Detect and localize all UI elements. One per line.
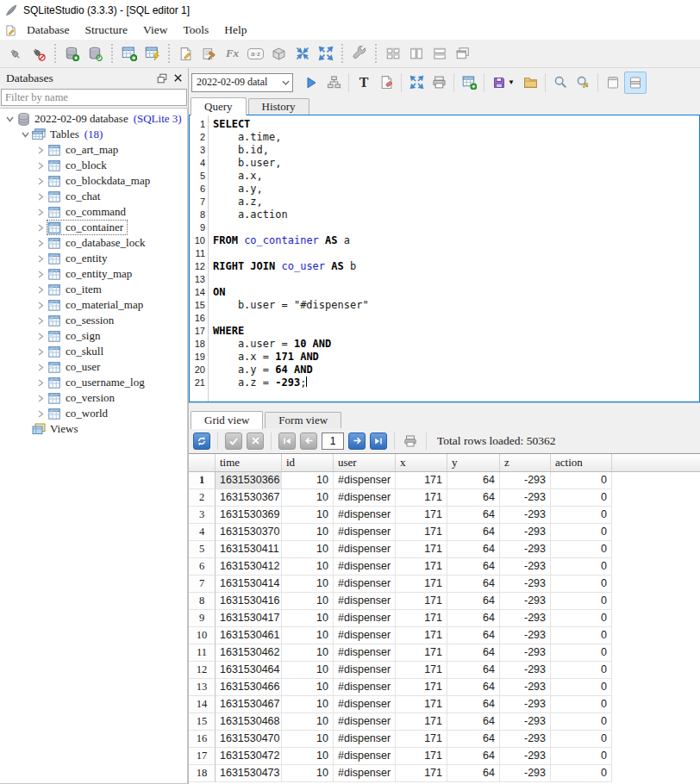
row-number[interactable]: 17: [189, 748, 216, 765]
grid-column-header-z[interactable]: z: [500, 454, 551, 471]
commit-icon[interactable]: [225, 432, 242, 450]
grid-cell[interactable]: 171: [396, 731, 447, 748]
menu-database[interactable]: Database: [19, 22, 77, 39]
grid-cell[interactable]: 1631530470: [216, 731, 282, 748]
grid-cell[interactable]: 171: [396, 696, 447, 713]
explain-query-plan-icon[interactable]: [322, 72, 345, 94]
grid-cell[interactable]: 171: [396, 713, 447, 731]
grid-cell[interactable]: 0: [551, 627, 612, 644]
clear-history-icon[interactable]: [375, 72, 397, 94]
grid-cell[interactable]: #dispenser: [334, 696, 396, 713]
tree-item-co_command[interactable]: co_command: [0, 204, 187, 220]
tree-item-database[interactable]: 2022-02-09 database(SQLite 3): [0, 111, 187, 127]
grid-cell[interactable]: 171: [396, 662, 447, 679]
filter-by-name-input[interactable]: [1, 89, 187, 106]
grid-cell[interactable]: -293: [500, 576, 551, 593]
row-number[interactable]: 9: [189, 610, 216, 627]
grid-cell[interactable]: 0: [551, 644, 612, 662]
grid-cell[interactable]: -293: [500, 748, 551, 765]
grid-cell[interactable]: 10: [282, 489, 334, 507]
grid-cell[interactable]: 10: [282, 644, 334, 662]
chevron-right-icon[interactable]: [34, 410, 47, 418]
export-icon[interactable]: [314, 42, 337, 65]
grid-cell[interactable]: 0: [551, 489, 612, 507]
mdi-tile-horizontal-icon[interactable]: [428, 42, 451, 65]
tree-item-co_username_log[interactable]: co_username_log: [0, 375, 187, 390]
grid-cell[interactable]: 0: [551, 679, 612, 696]
row-number[interactable]: 14: [189, 696, 216, 713]
grid-cell[interactable]: 10: [282, 765, 334, 782]
chevron-right-icon[interactable]: [34, 364, 47, 371]
grid-cell[interactable]: #dispenser: [334, 507, 396, 524]
chevron-right-icon[interactable]: [34, 395, 47, 402]
execute-query-icon[interactable]: [300, 72, 322, 94]
grid-cell[interactable]: #dispenser: [334, 644, 396, 662]
first-page-icon[interactable]: [278, 432, 296, 450]
grid-cell[interactable]: -293: [500, 662, 551, 679]
grid-cell[interactable]: #dispenser: [334, 472, 396, 489]
chevron-down-icon[interactable]: [19, 132, 31, 138]
row-number[interactable]: 7: [189, 576, 216, 593]
grid-cell[interactable]: 171: [396, 472, 447, 489]
grid-cell[interactable]: 1631530414: [216, 576, 282, 593]
tree-item-co_user[interactable]: co_user: [0, 359, 187, 375]
grid-cell[interactable]: 10: [282, 576, 334, 593]
grid-cell[interactable]: 64: [447, 593, 500, 610]
grid-column-header-action[interactable]: action: [551, 454, 612, 471]
grid-cell[interactable]: 1631530468: [216, 713, 282, 731]
import-icon[interactable]: [291, 42, 314, 65]
tree-item-co_material_map[interactable]: co_material_map: [0, 297, 187, 313]
grid-cell[interactable]: 10: [282, 558, 334, 576]
replace-icon[interactable]: [572, 72, 594, 94]
grid-cell[interactable]: 64: [447, 576, 500, 593]
grid-cell[interactable]: 1631530417: [216, 610, 282, 627]
grid-cell[interactable]: #dispenser: [334, 713, 396, 731]
grid-cell[interactable]: 1631530466: [216, 679, 282, 696]
row-number[interactable]: 3: [189, 507, 216, 524]
grid-cell[interactable]: 1631530461: [216, 627, 282, 644]
chevron-right-icon[interactable]: [34, 255, 47, 263]
grid-cell[interactable]: 10: [282, 593, 334, 610]
grid-cell[interactable]: 10: [282, 627, 334, 644]
tree-item-co_sign[interactable]: co_sign: [0, 328, 187, 344]
grid-cell[interactable]: 171: [396, 644, 447, 662]
grid-cell[interactable]: 0: [551, 765, 612, 782]
create-view-from-query-icon[interactable]: [458, 72, 480, 94]
extensions-icon[interactable]: [267, 42, 291, 65]
chevron-right-icon[interactable]: [34, 240, 47, 247]
add-database-icon[interactable]: [60, 42, 84, 65]
convert-database-icon[interactable]: [84, 42, 107, 65]
grid-cell[interactable]: 0: [551, 610, 612, 627]
row-number[interactable]: 15: [189, 713, 216, 731]
grid-cell[interactable]: #dispenser: [334, 524, 396, 541]
grid-column-header-time[interactable]: time: [216, 454, 282, 471]
grid-cell[interactable]: 171: [396, 524, 447, 541]
tree-item-co_database_lock[interactable]: co_database_lock: [0, 235, 187, 251]
sql-editor[interactable]: 123456789101112131415161718192021 SELECT…: [189, 115, 700, 402]
tree-item-tables[interactable]: Tables(18): [0, 127, 187, 142]
sql-editor-window-icon[interactable]: [3, 23, 18, 37]
row-number[interactable]: 18: [189, 765, 216, 782]
chevron-right-icon[interactable]: [34, 333, 47, 340]
grid-cell[interactable]: 10: [282, 662, 334, 679]
tree-item-co_skull[interactable]: co_skull: [0, 344, 187, 359]
tree-item-co_entity_map[interactable]: co_entity_map: [0, 266, 187, 282]
format-sql-icon[interactable]: T: [353, 72, 375, 94]
chevron-right-icon[interactable]: [34, 348, 47, 356]
grid-cell[interactable]: 10: [282, 679, 334, 696]
menu-structure[interactable]: Structure: [77, 22, 135, 39]
grid-cell[interactable]: 1631530370: [216, 524, 282, 541]
grid-cell[interactable]: #dispenser: [334, 576, 396, 593]
row-number[interactable]: 5: [189, 541, 216, 558]
grid-cell[interactable]: 64: [447, 713, 500, 731]
grid-cell[interactable]: 0: [551, 472, 612, 489]
chevron-right-icon[interactable]: [34, 193, 47, 201]
grid-cell[interactable]: 1631530462: [216, 644, 282, 662]
grid-cell[interactable]: 1631530412: [216, 558, 282, 576]
grid-cell[interactable]: 64: [447, 662, 500, 679]
grid-cell[interactable]: -293: [500, 713, 551, 731]
grid-cell[interactable]: 1631530367: [216, 489, 282, 507]
grid-cell[interactable]: 171: [396, 489, 447, 507]
grid-cell[interactable]: #dispenser: [334, 765, 396, 782]
tree-item-co_world[interactable]: co_world: [0, 406, 187, 421]
